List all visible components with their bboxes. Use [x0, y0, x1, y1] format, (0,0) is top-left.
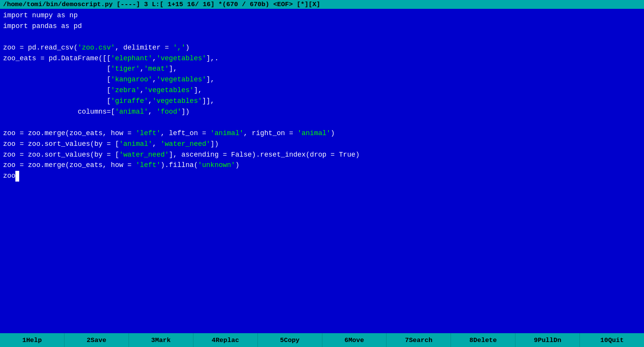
btn-pulldn-num: 9	[534, 337, 538, 344]
code-line-9: ['giraffe','vegetables']],	[3, 96, 641, 107]
btn-search-label: Search	[409, 337, 432, 344]
btn-replac-num: 4	[211, 337, 215, 344]
btn-quit-num: 10	[600, 337, 608, 344]
btn-quit-label: Quit	[608, 337, 624, 344]
code-line-3	[3, 32, 641, 43]
bottom-bar: 1Help 2Save 3Mark 4Replac 5Copy 6Move 7S…	[0, 333, 644, 347]
code-line-7: ['kangaroo','vegetables'],	[3, 74, 641, 85]
code-line-15: zoo = zoo.merge(zoo_eats, how = 'left').…	[3, 160, 641, 171]
btn-help[interactable]: 1Help	[0, 333, 64, 347]
btn-copy[interactable]: 5Copy	[258, 333, 322, 347]
btn-delete[interactable]: 8Delete	[451, 333, 515, 347]
btn-mark-label: Mark	[155, 337, 171, 344]
btn-save-num: 2	[87, 337, 91, 344]
btn-move-num: 6	[344, 337, 348, 344]
btn-save[interactable]: 2Save	[64, 333, 129, 347]
btn-replac[interactable]: 4Replac	[193, 333, 258, 347]
btn-delete-num: 8	[469, 337, 473, 344]
btn-help-label: Help	[26, 337, 42, 344]
code-line-8: ['zebra','vegetables'],	[3, 85, 641, 96]
code-line-5: zoo_eats = pd.DataFrame([['elephant','ve…	[3, 53, 641, 64]
btn-pulldn-label: PullDn	[538, 337, 561, 344]
title-text: /home/tomi/bin/demoscript.py [----] 3 L:…	[3, 1, 320, 8]
btn-help-num: 1	[22, 337, 26, 344]
btn-pulldn[interactable]: 9PullDn	[515, 333, 580, 347]
title-bar: /home/tomi/bin/demoscript.py [----] 3 L:…	[0, 0, 644, 9]
btn-copy-num: 5	[280, 337, 284, 344]
code-editor[interactable]: import numpy as np import pandas as pd z…	[0, 9, 644, 333]
code-line-12: zoo = zoo.merge(zoo_eats, how = 'left', …	[3, 128, 641, 139]
btn-replac-label: Replac	[216, 337, 239, 344]
code-line-2: import pandas as pd	[3, 21, 641, 32]
btn-save-label: Save	[91, 337, 106, 344]
btn-copy-label: Copy	[284, 337, 300, 344]
code-line-10: columns=['animal', 'food'])	[3, 107, 641, 117]
btn-search[interactable]: 7Search	[386, 333, 451, 347]
btn-mark[interactable]: 3Mark	[129, 333, 193, 347]
btn-move[interactable]: 6Move	[322, 333, 387, 347]
code-line-11	[3, 117, 641, 128]
btn-search-num: 7	[405, 337, 409, 344]
btn-quit[interactable]: 10Quit	[580, 333, 644, 347]
code-line-16: zoo	[3, 171, 641, 182]
text-cursor	[15, 171, 19, 182]
code-line-1: import numpy as np	[3, 10, 641, 21]
btn-delete-label: Delete	[473, 337, 497, 344]
code-line-6: ['tiger','meat'],	[3, 64, 641, 74]
code-line-13: zoo = zoo.sort_values(by = ['animal', 'w…	[3, 139, 641, 150]
code-line-4: zoo = pd.read_csv('zoo.csv', delimiter =…	[3, 43, 641, 53]
code-line-14: zoo = zoo.sort_values(by = ['water_need'…	[3, 150, 641, 160]
btn-move-label: Move	[348, 337, 364, 344]
btn-mark-num: 3	[151, 337, 155, 344]
